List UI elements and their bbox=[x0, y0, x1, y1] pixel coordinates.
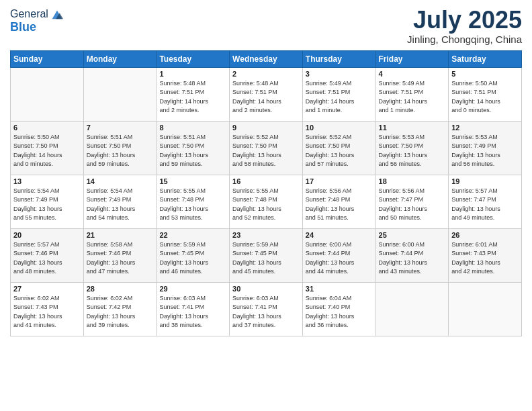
day-number: 13 bbox=[13, 177, 81, 185]
day-detail: Sunrise: 6:03 AM Sunset: 7:41 PM Dayligh… bbox=[232, 294, 300, 330]
day-detail: Sunrise: 5:48 AM Sunset: 7:51 PM Dayligh… bbox=[232, 79, 300, 116]
day-number: 23 bbox=[232, 231, 300, 239]
logo-blue: Blue bbox=[10, 20, 64, 34]
calendar-cell: 2Sunrise: 5:48 AM Sunset: 7:51 PM Daylig… bbox=[230, 67, 303, 121]
calendar-cell bbox=[11, 67, 84, 121]
day-number: 21 bbox=[87, 231, 154, 239]
day-detail: Sunrise: 6:00 AM Sunset: 7:44 PM Dayligh… bbox=[306, 240, 373, 277]
weekday-header-sunday: Sunday bbox=[11, 50, 84, 67]
calendar-body: 1Sunrise: 5:48 AM Sunset: 7:51 PM Daylig… bbox=[11, 67, 522, 336]
day-detail: Sunrise: 5:57 AM Sunset: 7:46 PM Dayligh… bbox=[13, 240, 81, 277]
calendar-cell: 16Sunrise: 5:55 AM Sunset: 7:48 PM Dayli… bbox=[230, 175, 303, 228]
calendar-cell: 6Sunrise: 5:50 AM Sunset: 7:50 PM Daylig… bbox=[11, 121, 84, 175]
day-detail: Sunrise: 5:57 AM Sunset: 7:47 PM Dayligh… bbox=[451, 187, 519, 223]
calendar-cell: 27Sunrise: 6:02 AM Sunset: 7:43 PM Dayli… bbox=[11, 282, 84, 336]
day-detail: Sunrise: 5:55 AM Sunset: 7:48 PM Dayligh… bbox=[232, 187, 300, 223]
weekday-header-thursday: Thursday bbox=[302, 50, 375, 67]
calendar-cell: 10Sunrise: 5:52 AM Sunset: 7:50 PM Dayli… bbox=[302, 121, 375, 175]
day-number: 24 bbox=[306, 231, 373, 239]
day-number: 18 bbox=[379, 177, 446, 185]
calendar-table: SundayMondayTuesdayWednesdayThursdayFrid… bbox=[10, 50, 522, 336]
day-number: 26 bbox=[451, 231, 519, 239]
day-detail: Sunrise: 5:59 AM Sunset: 7:45 PM Dayligh… bbox=[232, 240, 300, 277]
day-detail: Sunrise: 6:04 AM Sunset: 7:40 PM Dayligh… bbox=[306, 294, 373, 330]
day-detail: Sunrise: 6:03 AM Sunset: 7:41 PM Dayligh… bbox=[159, 294, 226, 330]
calendar-cell: 17Sunrise: 5:56 AM Sunset: 7:48 PM Dayli… bbox=[302, 175, 375, 228]
day-number: 2 bbox=[232, 70, 300, 78]
calendar-cell bbox=[375, 282, 449, 336]
day-detail: Sunrise: 5:49 AM Sunset: 7:51 PM Dayligh… bbox=[379, 79, 446, 116]
logo-general: General bbox=[10, 8, 48, 20]
calendar-cell: 14Sunrise: 5:54 AM Sunset: 7:49 PM Dayli… bbox=[83, 175, 157, 228]
location-subtitle: Jinling, Chongqing, China bbox=[407, 34, 522, 45]
day-number: 28 bbox=[87, 285, 154, 293]
day-number: 17 bbox=[306, 177, 373, 185]
day-detail: Sunrise: 5:54 AM Sunset: 7:49 PM Dayligh… bbox=[13, 187, 81, 223]
day-number: 20 bbox=[13, 231, 81, 239]
day-number: 12 bbox=[451, 124, 519, 132]
calendar-cell: 11Sunrise: 5:53 AM Sunset: 7:50 PM Dayli… bbox=[375, 121, 449, 175]
day-number: 6 bbox=[13, 124, 81, 132]
calendar-cell: 18Sunrise: 5:56 AM Sunset: 7:47 PM Dayli… bbox=[375, 175, 449, 228]
day-number: 30 bbox=[232, 285, 300, 293]
day-detail: Sunrise: 6:02 AM Sunset: 7:43 PM Dayligh… bbox=[13, 294, 81, 330]
weekday-header-tuesday: Tuesday bbox=[157, 50, 230, 67]
calendar-cell: 28Sunrise: 6:02 AM Sunset: 7:42 PM Dayli… bbox=[83, 282, 157, 336]
calendar-cell: 1Sunrise: 5:48 AM Sunset: 7:51 PM Daylig… bbox=[157, 67, 230, 121]
day-number: 1 bbox=[159, 70, 226, 78]
day-detail: Sunrise: 6:01 AM Sunset: 7:43 PM Dayligh… bbox=[451, 240, 519, 277]
day-detail: Sunrise: 5:56 AM Sunset: 7:48 PM Dayligh… bbox=[306, 187, 373, 223]
day-number: 10 bbox=[306, 124, 373, 132]
day-number: 31 bbox=[306, 285, 373, 293]
weekday-header-wednesday: Wednesday bbox=[230, 50, 303, 67]
day-detail: Sunrise: 5:50 AM Sunset: 7:51 PM Dayligh… bbox=[451, 79, 519, 116]
day-detail: Sunrise: 5:54 AM Sunset: 7:49 PM Dayligh… bbox=[87, 187, 154, 223]
calendar-cell: 4Sunrise: 5:49 AM Sunset: 7:51 PM Daylig… bbox=[375, 67, 449, 121]
calendar-cell: 26Sunrise: 6:01 AM Sunset: 7:43 PM Dayli… bbox=[449, 228, 522, 282]
calendar-cell: 25Sunrise: 6:00 AM Sunset: 7:44 PM Dayli… bbox=[375, 228, 449, 282]
logo-icon bbox=[50, 7, 64, 21]
day-number: 4 bbox=[379, 70, 446, 78]
day-detail: Sunrise: 6:02 AM Sunset: 7:42 PM Dayligh… bbox=[87, 294, 154, 330]
day-detail: Sunrise: 5:50 AM Sunset: 7:50 PM Dayligh… bbox=[13, 133, 81, 169]
weekday-header-friday: Friday bbox=[375, 50, 449, 67]
day-number: 27 bbox=[13, 285, 81, 293]
calendar-cell: 24Sunrise: 6:00 AM Sunset: 7:44 PM Dayli… bbox=[302, 228, 375, 282]
day-detail: Sunrise: 5:53 AM Sunset: 7:49 PM Dayligh… bbox=[451, 133, 519, 169]
calendar-cell: 30Sunrise: 6:03 AM Sunset: 7:41 PM Dayli… bbox=[230, 282, 303, 336]
calendar-cell: 9Sunrise: 5:52 AM Sunset: 7:50 PM Daylig… bbox=[230, 121, 303, 175]
calendar-week-4: 20Sunrise: 5:57 AM Sunset: 7:46 PM Dayli… bbox=[11, 228, 522, 282]
day-detail: Sunrise: 5:53 AM Sunset: 7:50 PM Dayligh… bbox=[379, 133, 446, 169]
calendar-cell: 3Sunrise: 5:49 AM Sunset: 7:51 PM Daylig… bbox=[302, 67, 375, 121]
calendar-cell: 23Sunrise: 5:59 AM Sunset: 7:45 PM Dayli… bbox=[230, 228, 303, 282]
calendar-cell: 21Sunrise: 5:58 AM Sunset: 7:46 PM Dayli… bbox=[83, 228, 157, 282]
day-number: 14 bbox=[87, 177, 154, 185]
day-detail: Sunrise: 5:49 AM Sunset: 7:51 PM Dayligh… bbox=[306, 79, 373, 116]
day-detail: Sunrise: 5:52 AM Sunset: 7:50 PM Dayligh… bbox=[306, 133, 373, 169]
day-number: 22 bbox=[159, 231, 226, 239]
title-block: July 2025 Jinling, Chongqing, China bbox=[407, 7, 522, 45]
weekday-header-monday: Monday bbox=[83, 50, 157, 67]
calendar-cell: 29Sunrise: 6:03 AM Sunset: 7:41 PM Dayli… bbox=[157, 282, 230, 336]
day-number: 25 bbox=[379, 231, 446, 239]
calendar-cell bbox=[449, 282, 522, 336]
calendar-header-row: SundayMondayTuesdayWednesdayThursdayFrid… bbox=[11, 50, 522, 67]
calendar-week-5: 27Sunrise: 6:02 AM Sunset: 7:43 PM Dayli… bbox=[11, 282, 522, 336]
calendar-cell: 22Sunrise: 5:59 AM Sunset: 7:45 PM Dayli… bbox=[157, 228, 230, 282]
calendar-cell: 19Sunrise: 5:57 AM Sunset: 7:47 PM Dayli… bbox=[449, 175, 522, 228]
day-detail: Sunrise: 5:48 AM Sunset: 7:51 PM Dayligh… bbox=[159, 79, 226, 116]
day-detail: Sunrise: 5:52 AM Sunset: 7:50 PM Dayligh… bbox=[232, 133, 300, 169]
day-number: 15 bbox=[159, 177, 226, 185]
day-number: 3 bbox=[306, 70, 373, 78]
calendar-week-2: 6Sunrise: 5:50 AM Sunset: 7:50 PM Daylig… bbox=[11, 121, 522, 175]
day-number: 7 bbox=[87, 124, 154, 132]
day-number: 8 bbox=[159, 124, 226, 132]
logo: General Blue bbox=[10, 7, 64, 34]
calendar-cell: 13Sunrise: 5:54 AM Sunset: 7:49 PM Dayli… bbox=[11, 175, 84, 228]
day-detail: Sunrise: 6:00 AM Sunset: 7:44 PM Dayligh… bbox=[379, 240, 446, 277]
calendar-week-1: 1Sunrise: 5:48 AM Sunset: 7:51 PM Daylig… bbox=[11, 67, 522, 121]
calendar-cell: 5Sunrise: 5:50 AM Sunset: 7:51 PM Daylig… bbox=[449, 67, 522, 121]
day-number: 9 bbox=[232, 124, 300, 132]
day-detail: Sunrise: 5:51 AM Sunset: 7:50 PM Dayligh… bbox=[159, 133, 226, 169]
day-number: 16 bbox=[232, 177, 300, 185]
